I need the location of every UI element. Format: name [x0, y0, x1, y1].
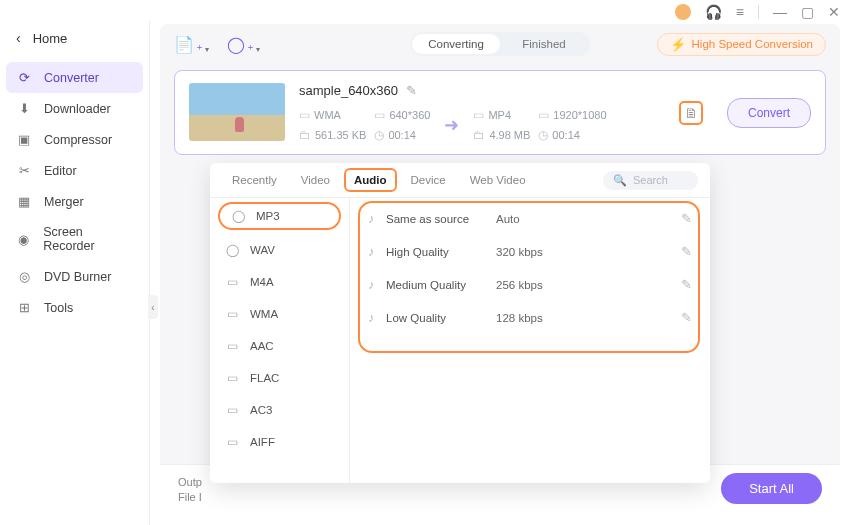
audio-icon: ▭ — [224, 307, 240, 321]
sidebar-item-label: Screen Recorder — [43, 225, 133, 253]
sidebar-item-compressor[interactable]: ▣ Compressor — [0, 124, 149, 155]
edit-name-icon[interactable]: ✎ — [406, 83, 417, 98]
video-thumbnail[interactable] — [189, 83, 285, 141]
format-label: AAC — [250, 340, 274, 352]
dropdown-tab-recently[interactable]: Recently — [222, 163, 287, 198]
format-aac[interactable]: ▭AAC — [210, 330, 349, 362]
sidebar-item-converter[interactable]: ⟳ Converter — [6, 62, 143, 93]
file-name: sample_640x360 — [299, 83, 398, 98]
sidebar-item-label: Merger — [44, 195, 84, 209]
format-list: ◯MP3 ◯WAV ▭M4A ▭WMA ▭AAC ▭FLAC ▭AC3 ▭AIF… — [210, 198, 350, 483]
music-icon: ♪ — [368, 244, 386, 259]
quality-same-as-source[interactable]: ♪ Same as source Auto ✎ — [350, 202, 710, 235]
clock-icon: ◷ — [538, 128, 548, 142]
quality-low[interactable]: ♪ Low Quality 128 kbps ✎ — [350, 301, 710, 334]
hamburger-menu-icon[interactable]: ≡ — [736, 5, 744, 19]
dst-size: 4.98 MB — [489, 129, 530, 141]
format-wma[interactable]: ▭WMA — [210, 298, 349, 330]
quality-list: ♪ Same as source Auto ✎ ♪ High Quality 3… — [350, 198, 710, 483]
home-nav[interactable]: ‹ Home — [0, 20, 149, 56]
format-mp3[interactable]: ◯MP3 — [218, 202, 341, 230]
dropdown-tab-audio[interactable]: Audio — [344, 168, 397, 192]
sidebar-item-label: Editor — [44, 164, 77, 178]
format-ac3[interactable]: ▭AC3 — [210, 394, 349, 426]
sidebar-nav: ⟳ Converter ⬇ Downloader ▣ Compressor ✂ … — [0, 62, 149, 323]
edit-preset-icon[interactable]: ✎ — [681, 244, 692, 259]
hsc-label: High Speed Conversion — [692, 38, 813, 50]
file-info: sample_640x360 ✎ ▭WMA 🗀561.35 KB ▭640*36… — [299, 83, 665, 142]
format-aiff[interactable]: ▭AIFF — [210, 426, 349, 458]
tab-finished[interactable]: Finished — [500, 34, 588, 54]
sidebar-item-tools[interactable]: ⊞ Tools — [0, 292, 149, 323]
audio-icon: ▭ — [224, 339, 240, 353]
add-disc-button[interactable]: ◯＋▾ — [227, 35, 260, 54]
chevron-down-icon: ▾ — [256, 45, 260, 54]
home-label: Home — [33, 31, 68, 46]
sidebar-item-label: Tools — [44, 301, 73, 315]
recorder-icon: ◉ — [16, 232, 31, 247]
sidebar-item-editor[interactable]: ✂ Editor — [0, 155, 149, 186]
quality-name: Medium Quality — [386, 279, 496, 291]
search-placeholder: Search — [633, 174, 668, 186]
audio-icon: ◯ — [224, 243, 240, 257]
format-label: WAV — [250, 244, 275, 256]
audio-icon: ▭ — [224, 435, 240, 449]
output-settings-button[interactable]: 🗎 — [679, 101, 703, 125]
dropdown-tab-device[interactable]: Device — [401, 163, 456, 198]
quality-value: 128 kbps — [496, 312, 681, 324]
quality-high[interactable]: ♪ High Quality 320 kbps ✎ — [350, 235, 710, 268]
resolution-icon: ▭ — [538, 108, 549, 122]
quality-medium[interactable]: ♪ Medium Quality 256 kbps ✎ — [350, 268, 710, 301]
download-icon: ⬇ — [16, 101, 32, 116]
sidebar-item-downloader[interactable]: ⬇ Downloader — [0, 93, 149, 124]
sidebar-item-label: Compressor — [44, 133, 112, 147]
sidebar-item-screen-recorder[interactable]: ◉ Screen Recorder — [0, 217, 149, 261]
convert-button[interactable]: Convert — [727, 98, 811, 128]
audio-icon: ▭ — [224, 403, 240, 417]
format-label: WMA — [250, 308, 278, 320]
src-duration: 00:14 — [388, 129, 416, 141]
format-search-input[interactable]: 🔍 Search — [603, 171, 698, 190]
quality-name: High Quality — [386, 246, 496, 258]
window-close-icon[interactable]: ✕ — [828, 5, 840, 19]
start-all-button[interactable]: Start All — [721, 473, 822, 504]
disc-icon: ◯ — [227, 35, 245, 54]
sidebar-item-label: DVD Burner — [44, 270, 111, 284]
add-file-button[interactable]: 📄＋▾ — [174, 35, 209, 54]
audio-icon: ◯ — [230, 209, 246, 223]
edit-preset-icon[interactable]: ✎ — [681, 310, 692, 325]
sidebar-collapse-handle[interactable]: ‹ — [148, 295, 158, 319]
tab-converting[interactable]: Converting — [412, 34, 500, 54]
format-label: M4A — [250, 276, 274, 288]
quality-value: 320 kbps — [496, 246, 681, 258]
clock-icon: ◷ — [374, 128, 384, 142]
compressor-icon: ▣ — [16, 132, 32, 147]
format-wav[interactable]: ◯WAV — [210, 234, 349, 266]
format-m4a[interactable]: ▭M4A — [210, 266, 349, 298]
high-speed-conversion-button[interactable]: ⚡ High Speed Conversion — [657, 33, 826, 56]
window-minimize-icon[interactable]: — — [773, 5, 787, 19]
tools-icon: ⊞ — [16, 300, 32, 315]
quality-value: Auto — [496, 213, 681, 225]
dropdown-tab-video[interactable]: Video — [291, 163, 340, 198]
audio-icon: ▭ — [224, 275, 240, 289]
merger-icon: ▦ — [16, 194, 32, 209]
user-avatar-icon[interactable] — [675, 4, 691, 20]
edit-preset-icon[interactable]: ✎ — [681, 211, 692, 226]
edit-preset-icon[interactable]: ✎ — [681, 277, 692, 292]
quality-value: 256 kbps — [496, 279, 681, 291]
format-label: FLAC — [250, 372, 279, 384]
sidebar-item-label: Downloader — [44, 102, 111, 116]
sidebar-item-dvd-burner[interactable]: ◎ DVD Burner — [0, 261, 149, 292]
dropdown-tab-web-video[interactable]: Web Video — [460, 163, 536, 198]
window-maximize-icon[interactable]: ▢ — [801, 5, 814, 19]
dropdown-tabs: Recently Video Audio Device Web Video 🔍 … — [210, 163, 710, 198]
format-flac[interactable]: ▭FLAC — [210, 362, 349, 394]
headset-icon[interactable]: 🎧 — [705, 5, 722, 19]
chevron-down-icon: ▾ — [205, 45, 209, 54]
folder-icon: 🗀 — [473, 128, 485, 142]
file-icon: 📄 — [174, 35, 194, 54]
sidebar-item-merger[interactable]: ▦ Merger — [0, 186, 149, 217]
bolt-icon: ⚡ — [670, 37, 686, 52]
main-toolbar: 📄＋▾ ◯＋▾ Converting Finished ⚡ High Speed… — [160, 24, 840, 64]
